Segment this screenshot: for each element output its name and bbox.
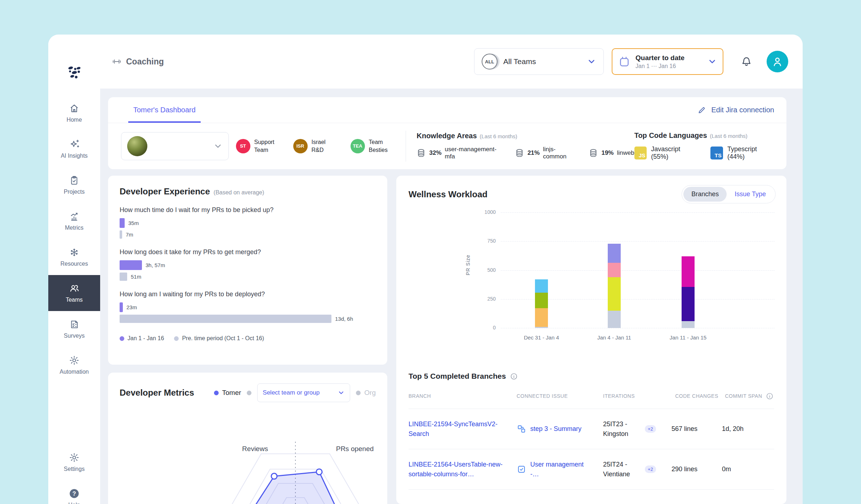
calendar-icon [618,55,630,68]
toggle-branches[interactable]: Branches [683,187,727,202]
column-header: BRANCH [409,393,517,399]
notifications-bell-icon[interactable] [741,56,752,67]
dx-bar [120,260,142,270]
legend-label: Jan 1 - Jan 16 [128,335,164,342]
radar-data-point[interactable] [271,473,277,479]
dx-bar-row: 3h, 57m [120,260,376,270]
sidebar-item-home[interactable]: Home [48,95,100,131]
people-icon [69,283,80,294]
bar-segment [535,293,548,308]
gear-icon [69,355,80,366]
code-changes-value: 567 lines [672,425,697,432]
info-icon[interactable] [510,373,518,380]
sidebar-footer-items: Settings?Help [48,444,100,504]
team-badges: STSupport TeamISRIsrael R&DTEATeam Besti… [236,138,395,154]
top-branches-title: Top 5 Completed Branches [409,372,506,381]
developer-selector-dropdown[interactable] [121,132,229,160]
knowledge-area-pct: 19% [601,149,614,157]
developer-experience-legend: Jan 1 - Jan 16Pre. time period (Oct 1 - … [120,335,376,342]
bar-segment [608,311,621,328]
app-logo[interactable] [66,65,82,81]
sidebar-item-label: Teams [66,297,82,303]
developer-metrics-card: Developer Metrics Tomer Select team or g… [108,373,387,504]
knowledge-area-name: linjs-common [543,146,575,160]
chevron-down-icon [338,389,345,396]
tab-tomers-dashboard[interactable]: Tomer's Dashboard [128,97,201,123]
branch-link[interactable]: LINBEE-21594-SyncTeamsV2-Search [409,420,498,437]
team-selector-dropdown[interactable]: ALL All Teams [474,48,604,75]
gear-icon [69,452,80,463]
sidebar-item-surveys[interactable]: Surveys [48,311,100,347]
dx-bar-value: 35m [128,220,139,226]
knowledge-area-pct: 32% [429,149,441,157]
sidebar-item-label: Home [67,117,82,123]
sidebar-item-settings[interactable]: Settings [48,444,100,480]
branch-cell: LINBEE-21594-SyncTeamsV2-Search [409,419,517,439]
dx-bar-value: 7m [126,231,133,238]
team-badge-tea[interactable]: TEATeam Besties [351,138,395,154]
radar-data-point[interactable] [316,469,322,475]
sidebar-item-ai-insights[interactable]: AI Insights [48,131,100,167]
database-icon [589,148,598,158]
toggle-issue-type[interactable]: Issue Type [727,187,774,202]
knowledge-areas-title: Knowledge Areas [416,132,477,140]
dx-question-text: How long am I waiting for my PRs to be d… [120,291,376,298]
sidebar-item-resources[interactable]: Resources [48,239,100,275]
sidebar-item-label: Settings [64,466,85,472]
issue-link[interactable]: User management -… [530,460,584,479]
iteration-more-badge[interactable]: +2 [645,425,656,433]
edit-jira-connection-link[interactable]: Edit Jira connection [697,106,774,114]
radar-axis-label: PRs opened [336,445,374,453]
team-badge-isr[interactable]: ISRIsrael R&D [293,138,338,154]
team-selector-label: All Teams [503,57,536,66]
dx-bar-row: 23m [120,302,376,312]
sidebar-item-projects[interactable]: Projects [48,167,100,203]
sidebar-item-label: Surveys [64,333,85,339]
survey-icon [69,319,80,330]
bar-segment [608,277,621,311]
commit-span-info-icon[interactable] [765,392,774,400]
pencil-icon [697,106,706,114]
commit-span-value: 0m [722,465,731,473]
issue-link[interactable]: step 3 - Summary [530,424,584,434]
dx-bar-value: 3h, 57m [146,262,165,268]
dx-question-text: How much time do I wait for my PRs to be… [120,206,376,214]
sidebar-items: HomeAI InsightsProjectsMetricsResourcesT… [48,95,100,383]
org-radio-dot[interactable] [356,391,361,395]
sidebar-item-automation[interactable]: Automation [48,347,100,383]
sparkle-icon [69,139,80,150]
all-teams-badge: ALL [482,54,498,69]
team-badge-name: Israel R&D [312,138,338,154]
clipboard-icon [69,175,80,186]
team-badge-name: Support Team [254,138,280,154]
dx-question: How long does it take for my PRs to get … [120,248,376,281]
code-changes-value: 290 lines [672,465,697,473]
code-changes-cell: 567 lines [672,425,722,433]
sidebar-item-label: AI Insights [61,153,88,159]
dx-bar-row: 7m [120,230,376,239]
iteration-more-badge[interactable]: +2 [645,465,656,473]
sidebar-item-teams[interactable]: Teams [48,275,100,311]
team-badge-st[interactable]: STSupport Team [236,138,280,154]
column-header: CODE CHANGES [672,392,722,400]
knowledge-area-item: 32%user-management-mfa [416,146,501,160]
bar-segment [535,279,548,293]
team-badge-circle: TEA [351,139,365,153]
sidebar-item-metrics[interactable]: Metrics [48,203,100,239]
sidebar-item-help[interactable]: ?Help [48,480,100,504]
dx-legend-item: Pre. time period (Oct 1 - Oct 16) [174,335,264,342]
team-group-select[interactable]: Select team or group [257,383,350,402]
legend-dot [174,336,179,341]
branch-link[interactable]: LINBEE-21564-UsersTable-new-sortable-col… [409,461,503,478]
column-header: COMMIT SPAN [722,392,765,400]
date-range-picker[interactable]: Quarter to date Jan 1 ··· Jan 16 [612,48,723,75]
developer-metrics-radar-chart: ReviewsPRs opened [144,437,389,504]
team-radio-dot[interactable] [247,391,251,395]
user-avatar[interactable] [767,51,788,72]
stacked-bar [682,256,695,328]
x-tick-label: Jan 11 - Jan 15 [648,334,728,341]
ts-logo-icon: TS [710,147,723,159]
dx-question-text: How long does it take for my PRs to get … [120,248,376,256]
dx-legend-item: Jan 1 - Jan 16 [120,335,164,342]
stacked-bar [535,279,548,328]
